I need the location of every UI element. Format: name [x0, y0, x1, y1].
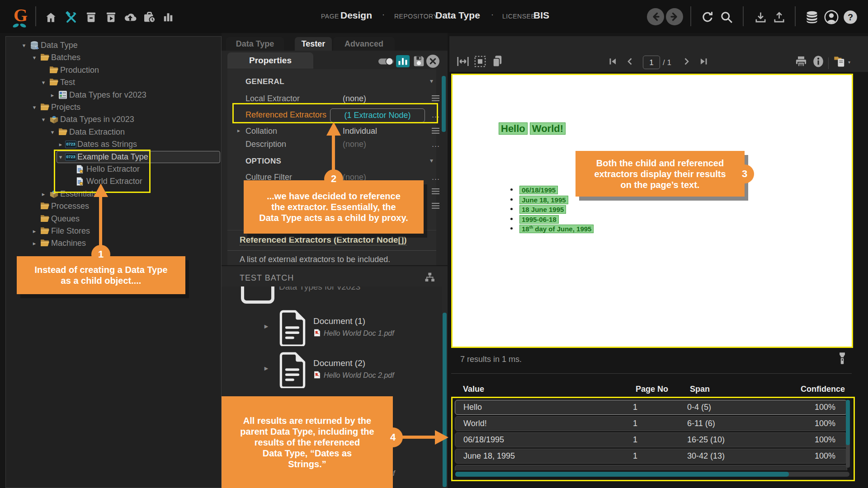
last-page-button[interactable] [696, 54, 711, 69]
ellipsis-button[interactable]: ... [432, 142, 440, 146]
design-tools-button[interactable] [64, 10, 78, 24]
tree-item-data-type[interactable]: ▾Data Type [6, 39, 219, 52]
view-mode-button[interactable] [833, 54, 847, 69]
expander-icon[interactable]: ► [263, 323, 269, 330]
col-value[interactable]: Value [463, 385, 636, 394]
nav-forward-button[interactable] [665, 8, 684, 26]
expander-icon[interactable]: ▾ [39, 76, 47, 89]
expander-icon[interactable]: ▸ [48, 89, 57, 101]
ellipsis-button[interactable]: ... [432, 175, 440, 179]
help-button[interactable]: ? [843, 10, 858, 24]
chevron-down-icon[interactable]: ▾ [430, 77, 433, 84]
tree-item-batches[interactable]: ▾Batches [6, 52, 219, 64]
property-row-referenced-extractors[interactable]: Referenced Extractors (1 Extractor Node)… [227, 108, 436, 123]
expander-icon[interactable]: ▾ [39, 113, 47, 126]
grooper-logo[interactable]: G [11, 5, 32, 28]
test-batch-document[interactable]: ► Document (1) Hello World Doc 1.pdf [222, 310, 434, 346]
tab-data-type[interactable]: Data Type [226, 37, 284, 51]
tree-item-data-extraction[interactable]: ▾Data Extraction [6, 126, 219, 138]
tree-item-machines[interactable]: ▸Machines [6, 237, 219, 249]
first-page-button[interactable] [606, 54, 620, 69]
expander-icon[interactable]: ▾ [48, 126, 57, 138]
refresh-button[interactable] [700, 10, 715, 24]
tree-item-dates-as-strings[interactable]: ▸0723Dates as Strings [6, 138, 219, 150]
expander-icon[interactable]: ▾ [30, 52, 38, 64]
expander-icon[interactable]: ▾ [30, 101, 38, 113]
upload-button[interactable] [772, 10, 786, 24]
result-row[interactable]: June 18, 1995130-42 (13)100% [455, 449, 847, 464]
tree-item-data-types-for-v2023[interactable]: ▸Data Types for v2023 [6, 89, 219, 101]
info-button[interactable] [811, 54, 826, 69]
batches-button[interactable] [84, 10, 98, 24]
result-row-partial[interactable] [455, 465, 847, 470]
page-number-input[interactable]: 1 [643, 56, 660, 69]
results-hscroll-track[interactable] [455, 472, 849, 477]
tree-item-example-data-type[interactable]: ▾0723Example Data Type [6, 151, 219, 163]
download-button[interactable] [753, 10, 768, 24]
tree-item-world-extractor[interactable]: World Extractor [6, 175, 219, 188]
menu-handle-icon[interactable] [432, 188, 440, 195]
result-row[interactable]: World!16-11 (6)100% [455, 416, 847, 431]
properties-scrollbar[interactable] [442, 76, 446, 132]
expander-icon[interactable]: ▸ [237, 127, 240, 134]
ellipsis-button[interactable]: ... [432, 113, 440, 117]
save-button[interactable] [413, 55, 425, 67]
print-button[interactable] [794, 54, 808, 69]
jobs-button[interactable] [142, 10, 156, 24]
tree-item-production[interactable]: Production [6, 64, 219, 76]
prev-page-button[interactable] [623, 54, 637, 69]
menu-handle-icon[interactable] [432, 95, 440, 102]
menu-handle-icon[interactable] [432, 203, 440, 209]
breadcrumb-repo-value[interactable]: Data Type [435, 10, 480, 21]
document-page[interactable]: HelloWorld! 06/18/1995June 18, 199518 Ju… [451, 74, 853, 348]
col-confidence[interactable]: Confidence [801, 385, 868, 394]
section-general[interactable]: GENERAL [245, 77, 284, 86]
batch-process-button[interactable] [104, 10, 118, 24]
tab-advanced[interactable]: Advanced [333, 37, 395, 51]
expander-icon[interactable]: ▸ [30, 225, 38, 237]
test-batch-document[interactable]: ► Document (2) Hello World Doc 2.pdf [222, 352, 434, 388]
tab-tester[interactable]: Tester [295, 37, 332, 51]
result-row[interactable]: 06/18/1995116-25 (10)100% [455, 432, 847, 447]
chevron-down-icon[interactable]: ▾ [430, 157, 433, 164]
clipped-batch-item[interactable]: Data Types for v2023 [279, 286, 428, 293]
property-row-local-extractor[interactable]: Local Extractor (none) [227, 93, 436, 106]
col-span[interactable]: Span [690, 385, 801, 394]
batch-tree-view-button[interactable] [424, 272, 435, 283]
expander-icon[interactable]: ► [263, 365, 269, 372]
copy-pages-button[interactable] [490, 54, 505, 69]
diagnostics-button[interactable] [396, 55, 410, 67]
result-row[interactable]: Hello10-4 (5)100% [455, 400, 847, 415]
expander-icon[interactable]: ▸ [30, 237, 38, 249]
expander-icon[interactable]: ▾ [20, 39, 28, 52]
tree-item-processes[interactable]: Processes [6, 200, 219, 212]
tree-item-essentials[interactable]: ▸Essentials [6, 188, 219, 200]
import-button[interactable] [123, 10, 137, 24]
close-button[interactable] [426, 54, 440, 68]
tree-item-queues[interactable]: Queues [6, 213, 219, 225]
region-select-button[interactable] [473, 54, 487, 69]
test-batch-scrollbar[interactable] [443, 313, 447, 487]
clear-results-button[interactable] [837, 352, 851, 366]
fit-width-button[interactable] [456, 54, 470, 69]
search-button[interactable] [719, 10, 734, 24]
expander-icon[interactable]: ▾ [57, 151, 65, 163]
results-vscroll-thumb[interactable] [846, 400, 850, 445]
account-button[interactable] [824, 10, 839, 24]
home-button[interactable] [43, 10, 58, 24]
tree-item-hello-extractor[interactable]: Hello Extractor [6, 163, 219, 175]
repository-button[interactable] [805, 10, 819, 24]
properties-tab[interactable]: Properties [227, 52, 313, 69]
results-vscroll-track[interactable] [846, 400, 850, 468]
tree-item-data-types-in-v2023[interactable]: ▾Data Types in v2023 [6, 113, 219, 126]
menu-handle-icon[interactable] [432, 128, 440, 134]
next-page-button[interactable] [679, 54, 693, 69]
results-hscroll-thumb[interactable] [455, 472, 789, 477]
tree-item-projects[interactable]: ▾Projects [6, 101, 219, 113]
breadcrumb-page-value[interactable]: Design [340, 10, 372, 21]
referenced-extractors-value[interactable]: (1 Extractor Node) [330, 108, 425, 122]
section-options[interactable]: OPTIONS [245, 157, 281, 166]
tree-item-test[interactable]: ▾Test [6, 76, 219, 89]
col-page-no[interactable]: Page No [636, 385, 690, 394]
stats-button[interactable] [161, 10, 175, 24]
